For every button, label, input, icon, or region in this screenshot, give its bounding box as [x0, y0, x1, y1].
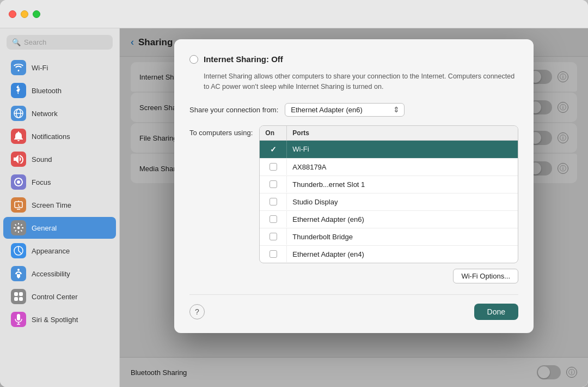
- sidebar-label-wifi: Wi-Fi: [32, 64, 48, 72]
- focus-icon: [11, 174, 26, 190]
- header-ports: Ports: [287, 126, 518, 140]
- svg-point-6: [17, 269, 20, 271]
- sidebar-item-general[interactable]: General: [3, 217, 116, 239]
- port-check-studio-display: [260, 194, 287, 210]
- to-computers-label: To computers using:: [189, 125, 253, 137]
- sidebar-label-general: General: [32, 224, 57, 232]
- sidebar-label-appearance: Appearance: [32, 247, 70, 255]
- modal-overlay: Internet Sharing: Off Internet Sharing a…: [120, 28, 588, 387]
- sidebar-label-focus: Focus: [32, 178, 51, 186]
- checkbox-ethernet-en6: [270, 215, 277, 223]
- modal-description: Internet Sharing allows other computers …: [204, 71, 518, 92]
- sidebar-label-notifications: Notifications: [32, 132, 70, 141]
- siri-icon: [11, 312, 26, 327]
- header-on: On: [260, 126, 287, 140]
- port-check-ax88179a: [260, 159, 287, 175]
- sidebar-item-sound[interactable]: Sound: [3, 148, 116, 170]
- port-row-ax88179a[interactable]: AX88179A: [260, 159, 518, 176]
- port-name-ethernet-en4: Ethernet Adapter (en4): [287, 246, 518, 263]
- port-row-ethernet-en4[interactable]: Ethernet Adapter (en4): [260, 246, 518, 263]
- sidebar-label-control-center: Control Center: [32, 293, 78, 301]
- content-area: 🔍 Search Wi-Fi: [0, 28, 588, 387]
- port-row-studio-display[interactable]: Studio Display: [260, 194, 518, 211]
- main-window: 🔍 Search Wi-Fi: [0, 0, 588, 387]
- port-check-ethernet-en4: [260, 246, 287, 262]
- title-bar: [0, 0, 588, 28]
- port-name-thunderbolt-bridge: Thunderbolt Bridge: [287, 228, 518, 245]
- sidebar-label-screen-time: Screen Time: [32, 201, 71, 209]
- port-name-studio-display: Studio Display: [287, 194, 518, 210]
- port-check-ethernet-en6: [260, 211, 287, 227]
- appearance-icon: [11, 243, 26, 258]
- port-row-thunderbolt-ethernet[interactable]: Thunderb...ernet Slot 1: [260, 176, 518, 194]
- share-from-dropdown[interactable]: Ethernet Adapter (en6) ⇕: [285, 103, 405, 117]
- sidebar: 🔍 Search Wi-Fi: [0, 28, 120, 387]
- modal-footer: ? Done: [189, 294, 518, 320]
- network-icon: [11, 106, 26, 121]
- ports-table-scroll[interactable]: ✓ Wi-Fi AX88179A: [260, 141, 518, 263]
- main-content: ‹ Sharing Internet Sharing ⓘ Screen Shar…: [120, 28, 588, 387]
- maximize-button[interactable]: [33, 10, 40, 18]
- search-icon: 🔍: [12, 38, 21, 46]
- general-icon: [11, 220, 26, 235]
- share-from-label: Share your connection from:: [189, 106, 278, 114]
- sidebar-label-accessibility: Accessibility: [32, 270, 70, 278]
- port-check-thunderbolt: [260, 176, 287, 192]
- port-row-ethernet-en6[interactable]: Ethernet Adapter (en6): [260, 211, 518, 228]
- ports-table-container: On Ports ✓ Wi-Fi: [259, 125, 518, 283]
- sidebar-item-control-center[interactable]: Control Center: [3, 286, 116, 307]
- ports-table: On Ports ✓ Wi-Fi: [259, 125, 518, 263]
- close-button[interactable]: [9, 10, 16, 18]
- checkbox-ax88179a: [270, 163, 277, 171]
- svg-rect-8: [19, 292, 23, 296]
- sidebar-item-accessibility[interactable]: Accessibility: [3, 263, 116, 285]
- minimize-button[interactable]: [21, 10, 28, 18]
- sidebar-item-focus[interactable]: Focus: [3, 171, 116, 193]
- radio-dot[interactable]: [189, 55, 198, 64]
- sidebar-item-network[interactable]: Network: [3, 102, 116, 124]
- share-from-value: Ethernet Adapter (en6): [291, 106, 363, 114]
- checkbox-studio-display: [270, 198, 277, 205]
- port-name-wifi: Wi-Fi: [287, 141, 518, 158]
- sidebar-label-sound: Sound: [32, 155, 52, 164]
- done-button[interactable]: Done: [474, 304, 518, 320]
- svg-point-4: [17, 227, 20, 229]
- sidebar-item-wifi[interactable]: Wi-Fi: [3, 57, 116, 78]
- traffic-lights: [9, 10, 40, 18]
- control-center-icon: [11, 289, 26, 304]
- sidebar-item-appearance[interactable]: Appearance: [3, 240, 116, 262]
- svg-rect-11: [17, 314, 20, 321]
- checkbox-ethernet-en4: [270, 250, 277, 258]
- search-container: 🔍 Search: [0, 35, 119, 56]
- sidebar-item-siri-spotlight[interactable]: Siri & Spotlight: [3, 309, 116, 330]
- port-check-thunderbolt-bridge: [260, 228, 287, 245]
- bluetooth-icon: [11, 83, 26, 98]
- modal-title: Internet Sharing: Off: [204, 55, 283, 64]
- checkbox-thunderbolt-bridge: [270, 233, 277, 240]
- sidebar-item-bluetooth[interactable]: Bluetooth: [3, 80, 116, 101]
- sidebar-item-notifications[interactable]: Notifications: [3, 125, 116, 147]
- wifi-options-button[interactable]: Wi-Fi Options...: [453, 269, 518, 283]
- wifi-icon: [11, 60, 26, 75]
- svg-rect-9: [14, 297, 18, 301]
- search-placeholder: Search: [24, 38, 46, 46]
- share-from-row: Share your connection from: Ethernet Ada…: [189, 103, 518, 117]
- help-button[interactable]: ?: [189, 304, 205, 319]
- port-name-ethernet-en6: Ethernet Adapter (en6): [287, 211, 518, 228]
- modal-header: Internet Sharing: Off: [189, 55, 518, 64]
- port-row-wifi[interactable]: ✓ Wi-Fi: [260, 141, 518, 159]
- wifi-options-row: Wi-Fi Options...: [259, 269, 518, 283]
- svg-rect-7: [14, 292, 18, 296]
- internet-sharing-modal: Internet Sharing: Off Internet Sharing a…: [174, 39, 534, 333]
- checkbox-thunderbolt: [270, 180, 277, 188]
- sidebar-label-bluetooth: Bluetooth: [32, 87, 62, 95]
- sound-icon: [11, 152, 26, 167]
- search-box[interactable]: 🔍 Search: [7, 35, 113, 50]
- sidebar-item-screen-time[interactable]: Screen Time: [3, 194, 116, 216]
- port-name-ax88179a: AX88179A: [287, 159, 518, 176]
- screen-time-icon: [11, 197, 26, 213]
- port-name-thunderbolt: Thunderb...ernet Slot 1: [287, 176, 518, 193]
- port-row-thunderbolt-bridge[interactable]: Thunderbolt Bridge: [260, 228, 518, 246]
- ports-table-header: On Ports: [260, 126, 518, 141]
- accessibility-icon: [11, 266, 26, 281]
